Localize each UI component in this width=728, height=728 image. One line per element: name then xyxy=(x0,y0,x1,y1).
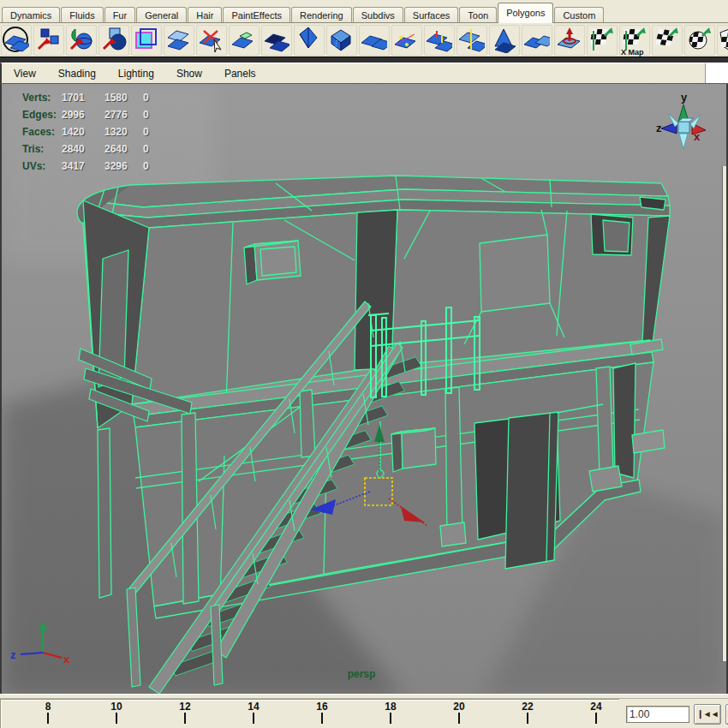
time-slider-track[interactable]: 81012141618202224 xyxy=(0,699,619,728)
timeline-frame-number: 16 xyxy=(316,701,327,713)
camera-name-label: persp xyxy=(348,668,376,680)
timeline-frame-number: 22 xyxy=(522,701,533,713)
shelf-tab-custom[interactable]: Custom xyxy=(554,7,604,23)
hud-selected: 3296 xyxy=(104,158,143,175)
mirror-geometry-icon[interactable] xyxy=(261,25,292,56)
perspective-viewport[interactable]: Verts:170115800Edges:299627760Faces:1420… xyxy=(0,84,728,694)
hud-selected: 1580 xyxy=(104,89,143,106)
separate-planes-icon[interactable] xyxy=(359,25,390,56)
extract-faces-icon[interactable] xyxy=(456,25,487,56)
hud-row: Edges:299627760 xyxy=(22,106,149,123)
hud-label: Verts: xyxy=(22,89,62,106)
timeline-frame-number: 12 xyxy=(179,701,190,713)
view-axis-gizmo[interactable]: y z x xyxy=(656,89,711,154)
poly-count-hud: Verts:170115800Edges:299627760Faces:1420… xyxy=(22,89,149,175)
gizmo-x-label: x xyxy=(694,130,701,143)
subdiv-proxy-cube-icon[interactable] xyxy=(131,25,162,56)
poly-cone-icon[interactable] xyxy=(294,25,325,56)
timeline-frame-number: 20 xyxy=(453,701,464,713)
shelf-tab-general[interactable]: General xyxy=(136,7,187,23)
hud-total: 1420 xyxy=(62,123,104,140)
hud-row: UVs:341732960 xyxy=(22,158,149,175)
hud-total: 1701 xyxy=(62,89,104,106)
hud-selected: 1320 xyxy=(104,123,143,140)
axis-x-label: x xyxy=(63,653,70,665)
viewport-right-frame xyxy=(722,166,726,661)
shelf-tab-surfaces[interactable]: Surfaces xyxy=(404,7,458,23)
shelf-tab-subdivs[interactable]: Subdivs xyxy=(353,7,403,23)
hud-total: 2996 xyxy=(62,106,104,123)
gizmo-y-label: y xyxy=(681,91,688,104)
hud-label: UVs: xyxy=(22,158,62,175)
collapse-edges-icon[interactable] xyxy=(424,25,455,56)
neg-y-cone xyxy=(679,134,688,149)
timeline-frame-number: 8 xyxy=(45,701,51,713)
shelf-tab-polygons[interactable]: Polygons xyxy=(498,3,553,23)
gizmo-cube xyxy=(678,122,689,133)
hud-total: 2840 xyxy=(62,140,104,158)
smooth-plane-icon[interactable] xyxy=(164,25,194,56)
shelf-tab-dynamics[interactable]: Dynamics xyxy=(2,7,60,23)
timeline-tick xyxy=(47,713,49,724)
set-normals-icon[interactable] xyxy=(554,25,585,56)
hud-extra: 0 xyxy=(143,89,149,106)
panel-menubar: ViewShadingLightingShowPanels xyxy=(0,63,728,84)
timeline-tick xyxy=(321,713,323,724)
current-frame-field[interactable]: 1.00 xyxy=(626,706,689,723)
merge-vertices-icon[interactable] xyxy=(391,25,422,56)
wireframe-house-model xyxy=(2,84,726,694)
combine-sphere-icon[interactable] xyxy=(66,25,97,56)
extrude-face-icon[interactable] xyxy=(229,25,260,56)
timeline-tick xyxy=(253,713,254,724)
timeline-frame-number: 14 xyxy=(248,701,259,713)
split-polygon-icon[interactable] xyxy=(196,25,227,56)
hud-row: Tris:284026400 xyxy=(22,140,149,158)
hud-label: Edges: xyxy=(22,106,62,123)
smooth-cube-icon[interactable] xyxy=(326,25,357,56)
create-polygon-tool-icon[interactable] xyxy=(1,25,32,56)
automatic-mapping-icon[interactable]: T xyxy=(717,25,728,56)
timeline-tick xyxy=(527,713,528,724)
boolean-cube-sphere-icon[interactable] xyxy=(98,25,129,56)
spherical-mapping-icon[interactable] xyxy=(684,25,715,56)
go-to-start-button[interactable]: ❙◄◄ xyxy=(694,704,721,725)
hud-selected: 2776 xyxy=(104,106,143,123)
shelf-icon-bar: X MapTFlip xyxy=(0,23,728,57)
hud-total: 3417 xyxy=(62,158,104,175)
duplicate-face-icon[interactable] xyxy=(522,25,552,56)
panel-menu-shading[interactable]: Shading xyxy=(58,68,96,80)
panel-menu-show[interactable]: Show xyxy=(176,68,202,80)
time-slider: 81012141618202224 1.00 ❙◄◄ ❙◄ xyxy=(0,698,728,728)
timeline-frame-number: 10 xyxy=(110,701,122,713)
shelf-tab-fur[interactable]: Fur xyxy=(104,7,136,23)
panel-menu-panels[interactable]: Panels xyxy=(224,68,256,80)
shelf-tab-toon[interactable]: Toon xyxy=(459,7,497,23)
hud-row: Faces:142013200 xyxy=(22,123,149,140)
timeline-tick xyxy=(595,713,597,724)
shelf-tab-bar: DynamicsFluidsFurGeneralHairPaintEffects… xyxy=(0,0,728,23)
shelf-tab-hair[interactable]: Hair xyxy=(188,7,222,23)
timeline-tick xyxy=(390,713,391,724)
shelf-separator xyxy=(0,57,728,63)
timeline-tick xyxy=(116,713,117,724)
hud-label: Tris: xyxy=(22,140,62,158)
wedge-face-icon[interactable] xyxy=(489,25,520,56)
panel-menu-lighting[interactable]: Lighting xyxy=(118,68,154,80)
shelf-tab-rendering[interactable]: Rendering xyxy=(291,7,352,23)
planar-mapping-icon[interactable] xyxy=(587,25,618,56)
shelf-tab-fluids[interactable]: Fluids xyxy=(61,7,103,23)
world-axis-indicator: z x xyxy=(9,617,77,665)
cylindrical-mapping-icon[interactable] xyxy=(652,25,683,56)
panel-menu-view[interactable]: View xyxy=(14,68,36,80)
timeline-frame-number: 18 xyxy=(385,701,396,713)
timeline-tick xyxy=(458,713,460,724)
icon-overlay-label: X Map xyxy=(621,48,644,57)
hud-extra: 0 xyxy=(143,106,149,123)
hud-label: Faces: xyxy=(22,123,62,140)
append-polygon-icon[interactable] xyxy=(33,25,64,56)
timeline-tick xyxy=(184,713,186,724)
gizmo-z-label: z xyxy=(656,122,662,134)
hud-selected: 2640 xyxy=(104,140,143,158)
shelf-tab-painteffects[interactable]: PaintEffects xyxy=(223,7,290,23)
xmap-mapping-icon[interactable]: X Map xyxy=(619,25,650,56)
